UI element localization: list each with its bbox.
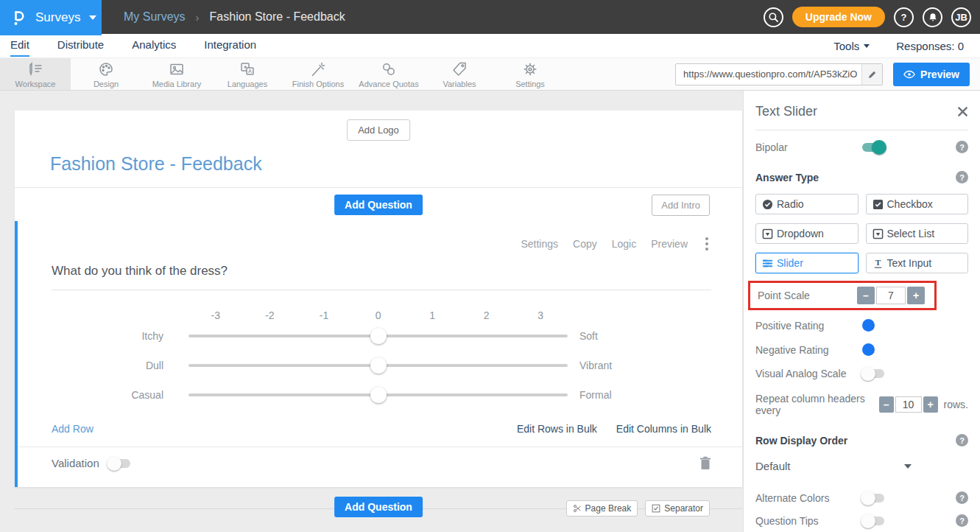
toolbar-item-advance-quotas[interactable]: Advance Quotas xyxy=(353,58,424,90)
add-row-link[interactable]: Add Row xyxy=(52,423,94,435)
visual-analog-label: Visual Analog Scale xyxy=(755,368,862,379)
slider-handle[interactable] xyxy=(370,328,387,344)
repeat-headers-value[interactable]: 10 xyxy=(895,396,922,413)
slider-track[interactable] xyxy=(188,358,568,373)
toolbar-item-design[interactable]: Design xyxy=(71,58,141,90)
slider-track[interactable] xyxy=(188,388,568,402)
point-scale-decrease-button[interactable]: – xyxy=(857,287,875,304)
alternate-colors-help-icon[interactable]: ? xyxy=(956,491,968,504)
checkbox-icon xyxy=(873,199,884,210)
toolbar-item-media-library[interactable]: Media Library xyxy=(141,58,212,90)
survey-url-input[interactable] xyxy=(676,69,861,80)
bipolar-row: Bipolar ? xyxy=(755,141,968,153)
answer-type-select-list[interactable]: Select List xyxy=(866,223,969,244)
product-switcher[interactable]: Surveys xyxy=(0,0,102,35)
tools-menu[interactable]: Tools xyxy=(833,40,870,52)
repeat-headers-decrease-button[interactable]: – xyxy=(879,396,894,413)
page-break-button[interactable]: Page Break xyxy=(566,500,638,517)
edit-url-button[interactable] xyxy=(861,64,882,85)
repeat-headers-increase-button[interactable]: + xyxy=(923,396,938,413)
question-preview-link[interactable]: Preview xyxy=(651,238,688,250)
add-question-button-bottom[interactable]: Add Question xyxy=(334,497,423,517)
notifications-button[interactable] xyxy=(923,7,942,27)
responses-count[interactable]: Responses: 0 xyxy=(896,40,964,52)
separator-button[interactable]: Separator xyxy=(645,500,710,517)
slider-handle[interactable] xyxy=(370,387,387,403)
question-copy-link[interactable]: Copy xyxy=(573,238,597,250)
row-left-label[interactable]: Casual xyxy=(52,389,163,401)
row-right-label[interactable]: Formal xyxy=(579,389,612,401)
search-button[interactable] xyxy=(764,7,783,27)
checkbox-icon xyxy=(652,504,660,513)
answer-type-checkbox[interactable]: Checkbox xyxy=(866,194,969,214)
answer-type-radio[interactable]: Radio xyxy=(755,194,859,214)
row-left-label[interactable]: Itchy xyxy=(52,330,163,342)
design-palette-icon xyxy=(97,60,115,78)
add-question-button-top[interactable]: Add Question xyxy=(334,195,423,215)
user-avatar[interactable]: JB xyxy=(951,7,971,27)
canvas-footer: Add Question Page Break Separator xyxy=(15,492,742,525)
row-left-label[interactable]: Dull xyxy=(52,360,163,371)
alternate-colors-toggle[interactable] xyxy=(862,494,884,503)
breadcrumb-my-surveys[interactable]: My Surveys xyxy=(124,10,186,24)
row-right-label[interactable]: Vibrant xyxy=(579,360,612,371)
question-tips-toggle[interactable] xyxy=(862,517,884,525)
row-display-order-help-icon[interactable]: ? xyxy=(956,434,968,447)
survey-title[interactable]: Fashion Store - Feedback xyxy=(50,153,262,175)
answer-type-text-input[interactable]: T Text Input xyxy=(866,253,969,273)
slider-track[interactable] xyxy=(188,329,568,343)
answer-type-help-icon[interactable]: ? xyxy=(956,171,968,183)
validation-label: Validation xyxy=(52,457,99,469)
point-scale-value[interactable]: 7 xyxy=(876,287,906,304)
toolbar-item-variables[interactable]: Variables xyxy=(424,58,495,90)
preview-button[interactable]: Preview xyxy=(893,63,970,86)
repeat-headers-label: Repeat column headers every xyxy=(755,393,873,416)
validation-toggle[interactable] xyxy=(108,459,130,468)
tools-label: Tools xyxy=(833,40,859,52)
scale-tick: 3 xyxy=(513,309,568,321)
repeat-headers-stepper: – 10 + xyxy=(879,396,938,413)
question-more-menu[interactable] xyxy=(702,236,711,252)
answer-type-dropdown[interactable]: Dropdown xyxy=(755,223,859,244)
add-intro-button[interactable]: Add Intro xyxy=(652,195,710,216)
question-logic-link[interactable]: Logic xyxy=(612,238,636,250)
point-scale-increase-button[interactable]: + xyxy=(907,287,925,304)
bipolar-toggle[interactable] xyxy=(862,143,884,152)
answer-type-slider[interactable]: Slider xyxy=(755,253,859,273)
advance-quotas-links-icon xyxy=(380,60,398,78)
edit-columns-in-bulk-link[interactable]: Edit Columns in Bulk xyxy=(616,423,711,435)
toolbar-item-finish-options[interactable]: Finish Options xyxy=(283,58,353,90)
visual-analog-toggle[interactable] xyxy=(862,369,884,378)
tab-analytics[interactable]: Analytics xyxy=(132,35,176,57)
negative-rating-color-swatch[interactable] xyxy=(862,343,875,356)
tab-integration[interactable]: Integration xyxy=(204,35,256,57)
add-logo-button[interactable]: Add Logo xyxy=(347,119,410,141)
delete-question-button[interactable] xyxy=(699,456,711,470)
edit-rows-in-bulk-link[interactable]: Edit Rows in Bulk xyxy=(517,423,597,435)
upgrade-now-button[interactable]: Upgrade Now xyxy=(792,7,885,27)
search-icon xyxy=(768,12,779,23)
bipolar-help-icon[interactable]: ? xyxy=(956,141,968,153)
negative-rating-label: Negative Rating xyxy=(755,344,862,356)
tab-distribute[interactable]: Distribute xyxy=(57,35,104,57)
positive-rating-color-swatch[interactable] xyxy=(862,319,875,332)
question-text[interactable]: What do you think of the dress? xyxy=(52,264,711,279)
tab-edit[interactable]: Edit xyxy=(10,35,29,57)
builder-toolbar: Workspace Design Media Library ✶ A Langu… xyxy=(0,57,980,91)
toolbar-item-languages[interactable]: ✶ A Languages xyxy=(212,58,283,90)
slider-handle[interactable] xyxy=(370,357,387,374)
topbar-actions: Upgrade Now ? JB xyxy=(764,0,971,34)
survey-tabs: Edit Distribute Analytics Integration xyxy=(0,35,256,57)
close-panel-button[interactable] xyxy=(957,106,968,117)
row-right-label[interactable]: Soft xyxy=(579,330,598,342)
toolbar-item-settings[interactable]: Settings xyxy=(495,58,565,90)
row-display-order-header: Row Display Order ? xyxy=(755,434,968,447)
toolbar-item-workspace[interactable]: Workspace xyxy=(0,58,71,90)
scissors-icon xyxy=(573,504,582,513)
survey-url-box xyxy=(675,63,883,85)
help-button[interactable]: ? xyxy=(894,7,914,27)
row-display-order-select[interactable]: Default xyxy=(755,460,912,472)
question-settings-link[interactable]: Settings xyxy=(521,238,558,250)
question-tips-help-icon[interactable]: ? xyxy=(956,514,968,527)
question-actions: Settings Copy Logic Preview xyxy=(52,236,711,252)
